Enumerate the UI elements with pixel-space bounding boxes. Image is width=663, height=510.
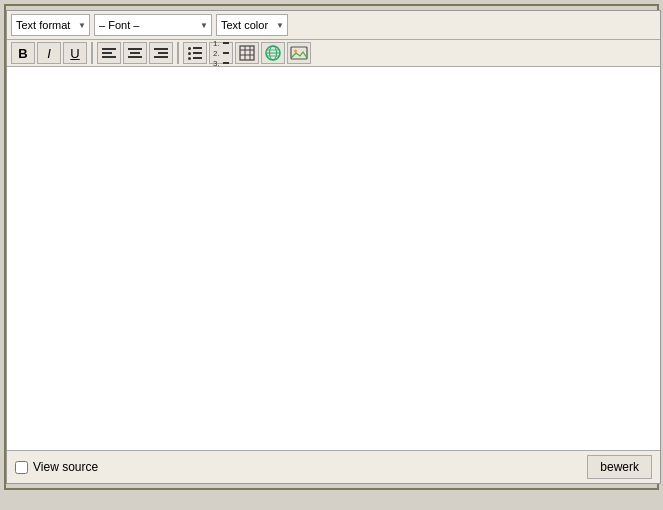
text-format-wrapper: Text format Heading 1 Heading 2 Paragrap… — [11, 14, 90, 36]
align-left-button[interactable] — [97, 42, 121, 64]
align-left-icon — [100, 46, 118, 60]
editor-outer-border: Text format Heading 1 Heading 2 Paragrap… — [4, 4, 659, 490]
underline-button[interactable]: U — [63, 42, 87, 64]
italic-button[interactable]: I — [37, 42, 61, 64]
svg-point-11 — [294, 50, 297, 53]
align-center-button[interactable] — [123, 42, 147, 64]
view-source-text: View source — [33, 460, 98, 474]
text-format-select[interactable]: Text format Heading 1 Heading 2 Paragrap… — [11, 14, 90, 36]
text-color-select[interactable]: Text color Black Red Blue — [216, 14, 288, 36]
ordered-list-icon: 1. 2. 3. — [212, 38, 230, 69]
unordered-list-icon — [186, 45, 204, 62]
globe-icon — [264, 44, 282, 62]
view-source-label[interactable]: View source — [15, 460, 98, 474]
image-button[interactable] — [287, 42, 311, 64]
svg-rect-10 — [291, 47, 307, 59]
editor-container: Text format Heading 1 Heading 2 Paragrap… — [6, 10, 661, 484]
separator-2 — [177, 42, 179, 64]
editor-textarea[interactable] — [7, 67, 660, 447]
view-source-checkbox[interactable] — [15, 461, 28, 474]
link-button[interactable] — [261, 42, 285, 64]
toolbar-row1: Text format Heading 1 Heading 2 Paragrap… — [7, 11, 660, 40]
table-icon — [239, 45, 255, 61]
text-color-wrapper: Text color Black Red Blue — [216, 14, 288, 36]
toolbar-row2: B I U — [7, 40, 660, 67]
align-right-icon — [152, 46, 170, 60]
footer-bar: View source bewerk — [7, 450, 660, 483]
svg-rect-0 — [240, 46, 254, 60]
table-button[interactable] — [235, 42, 259, 64]
separator-1 — [91, 42, 93, 64]
bewerk-button[interactable]: bewerk — [587, 455, 652, 479]
ordered-list-button[interactable]: 1. 2. 3. — [209, 42, 233, 64]
image-icon — [290, 44, 308, 62]
align-right-button[interactable] — [149, 42, 173, 64]
bold-button[interactable]: B — [11, 42, 35, 64]
align-center-icon — [126, 46, 144, 60]
unordered-list-button[interactable] — [183, 42, 207, 64]
font-wrapper: – Font – Arial Times New Roman Verdana — [94, 14, 212, 36]
font-select[interactable]: – Font – Arial Times New Roman Verdana — [94, 14, 212, 36]
